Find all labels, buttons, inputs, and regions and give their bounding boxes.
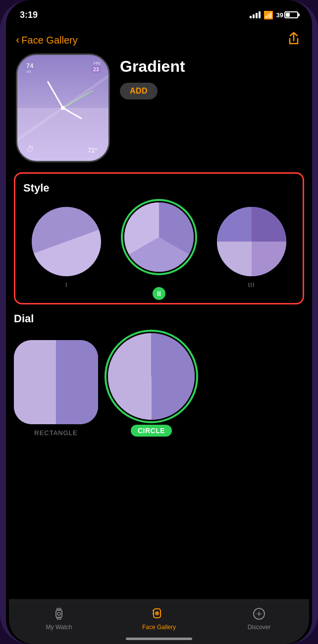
watch-face: 74 dB FRI 23 ⏱ 72° bbox=[16, 53, 110, 162]
tab-label-my-watch: My Watch bbox=[46, 624, 72, 631]
watch-section: 74 dB FRI 23 ⏱ 72° bbox=[6, 53, 312, 172]
hour-hand bbox=[62, 107, 82, 120]
screen: 3:19 📶 39 ‹ bbox=[6, 0, 312, 644]
dial-option-circle[interactable]: CIRCLE bbox=[108, 333, 195, 437]
clock-hands bbox=[17, 55, 108, 161]
back-chevron-icon: ‹ bbox=[16, 34, 19, 47]
style-section: Style I ⏸ II bbox=[14, 172, 304, 304]
tab-face-gallery[interactable]: Face Gallery bbox=[139, 606, 179, 631]
tab-label-discover: Discover bbox=[248, 624, 271, 631]
style-options: I ⏸ II III bbox=[23, 202, 295, 293]
style-label-III: III bbox=[248, 281, 255, 289]
status-icons: 📶 39 bbox=[250, 10, 298, 20]
discover-icon bbox=[251, 606, 267, 622]
dial-option-rectangle[interactable]: RECTANGLE bbox=[14, 340, 98, 437]
dial-label-circle: CIRCLE bbox=[131, 425, 172, 437]
style-circle-I[interactable] bbox=[32, 207, 101, 276]
add-button[interactable]: ADD bbox=[120, 83, 158, 99]
nav-header: ‹ Face Gallery bbox=[6, 26, 312, 53]
battery-body bbox=[284, 11, 298, 18]
style-option-I[interactable]: I bbox=[32, 207, 101, 289]
svg-point-3 bbox=[57, 612, 60, 615]
dial-section: Dial RECTANGLE CIRCLE bbox=[6, 312, 312, 437]
dial-section-title: Dial bbox=[14, 312, 304, 325]
my-watch-icon bbox=[51, 606, 67, 622]
style-selected-indicator: ⏸ bbox=[153, 287, 165, 300]
tab-discover[interactable]: Discover bbox=[239, 606, 279, 631]
share-icon bbox=[287, 32, 300, 46]
watch-info: Gradient ADD bbox=[120, 53, 300, 99]
style-label-I: I bbox=[65, 281, 68, 289]
face-gallery-icon bbox=[151, 606, 167, 622]
second-hand bbox=[63, 91, 93, 108]
phone-frame: 3:19 📶 39 ‹ bbox=[0, 0, 318, 644]
svg-rect-5 bbox=[153, 610, 154, 611]
battery-fill bbox=[286, 13, 290, 17]
status-time: 3:19 bbox=[20, 10, 38, 20]
dial-circle[interactable] bbox=[108, 333, 195, 420]
watch-name: Gradient bbox=[120, 57, 300, 76]
tab-label-face-gallery: Face Gallery bbox=[142, 624, 176, 631]
status-bar: 3:19 📶 39 bbox=[6, 0, 312, 26]
style-option-II[interactable]: ⏸ II bbox=[124, 202, 194, 293]
svg-marker-9 bbox=[256, 611, 263, 617]
style-section-title: Style bbox=[23, 182, 295, 195]
wifi-icon: 📶 bbox=[264, 10, 273, 20]
battery-icon: 39 bbox=[276, 11, 298, 19]
style-section-container: Style I ⏸ II bbox=[6, 172, 312, 304]
dial-rect[interactable] bbox=[14, 340, 98, 424]
svg-rect-6 bbox=[153, 613, 154, 614]
style-circle-III[interactable] bbox=[217, 207, 286, 276]
dynamic-island bbox=[124, 6, 194, 24]
style-option-III[interactable]: III bbox=[217, 207, 286, 289]
tab-my-watch[interactable]: My Watch bbox=[39, 606, 79, 631]
style-circle-II[interactable] bbox=[124, 202, 194, 272]
watch-face-container: 74 dB FRI 23 ⏱ 72° bbox=[16, 53, 110, 162]
back-label: Face Gallery bbox=[21, 35, 77, 46]
svg-point-7 bbox=[155, 611, 159, 615]
back-button[interactable]: ‹ Face Gallery bbox=[16, 34, 78, 47]
dial-options: RECTANGLE CIRCLE bbox=[14, 333, 304, 437]
center-dot bbox=[61, 106, 65, 110]
svg-rect-0 bbox=[56, 610, 62, 618]
signal-bars-icon bbox=[250, 11, 261, 18]
dial-label-rectangle: RECTANGLE bbox=[34, 429, 78, 437]
battery-percent: 39 bbox=[276, 11, 283, 19]
home-indicator bbox=[126, 638, 192, 640]
share-button[interactable] bbox=[287, 32, 300, 49]
minute-hand bbox=[47, 81, 64, 108]
